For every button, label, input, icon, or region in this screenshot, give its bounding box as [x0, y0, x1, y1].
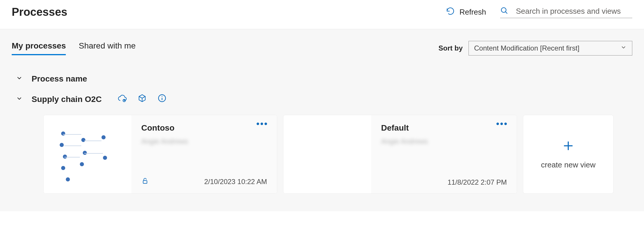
sort-selected-value: Content Modification [Recent first] [474, 44, 579, 52]
view-card-footer: 2/10/2023 10:22 AM [141, 177, 267, 186]
search-input[interactable] [515, 6, 632, 16]
sort-dropdown[interactable]: Content Modification [Recent first] [469, 41, 632, 56]
collapse-group-toggle[interactable] [16, 95, 23, 104]
view-cards: ••• Contoso Angie Andrews 2/10/2023 10:2… [43, 115, 632, 194]
plus-icon [562, 139, 575, 153]
refresh-icon [446, 7, 455, 18]
refresh-label: Refresh [459, 8, 486, 17]
view-card-footer: 11/8/2022 2:07 PM [381, 178, 507, 186]
view-owner: Angie Andrews [381, 137, 507, 146]
tabs: My processes Shared with me [12, 41, 136, 55]
view-card-body: ••• Contoso Angie Andrews 2/10/2023 10:2… [131, 115, 277, 193]
view-owner: Angie Andrews [141, 137, 267, 146]
view-timestamp: 2/10/2023 10:22 AM [204, 178, 267, 186]
svg-point-5 [161, 96, 162, 97]
refresh-button[interactable]: Refresh [446, 7, 486, 18]
cloud-upload-icon[interactable] [118, 93, 127, 105]
svg-line-1 [506, 12, 507, 14]
sort-control: Sort by Content Modification [Recent fir… [438, 41, 632, 56]
card-more-menu[interactable]: ••• [256, 123, 268, 125]
svg-rect-6 [143, 181, 147, 183]
chevron-down-icon [620, 44, 627, 52]
column-process-name: Process name [32, 74, 87, 84]
view-title: Default [381, 123, 507, 133]
view-card[interactable]: ••• Default Angie Andrews 11/8/2022 2:07… [283, 115, 517, 194]
column-header-row: Process name [16, 74, 632, 84]
sort-by-label: Sort by [438, 44, 463, 52]
package-icon[interactable] [137, 93, 147, 105]
process-action-icons [118, 93, 167, 105]
card-more-menu[interactable]: ••• [496, 123, 508, 125]
view-thumbnail [44, 115, 131, 193]
create-new-view-card[interactable]: create new view [523, 115, 614, 194]
view-thumbnail [283, 115, 371, 193]
tabs-row: My processes Shared with me Sort by Cont… [12, 41, 632, 56]
view-title: Contoso [141, 123, 267, 133]
lock-icon [141, 177, 149, 186]
header-bar: Processes Refresh [0, 0, 644, 29]
view-card[interactable]: ••• Contoso Angie Andrews 2/10/2023 10:2… [43, 115, 277, 194]
tab-my-processes[interactable]: My processes [12, 41, 66, 55]
view-card-body: ••• Default Angie Andrews 11/8/2022 2:07… [371, 115, 517, 193]
view-timestamp: 11/8/2022 2:07 PM [447, 178, 507, 186]
content-area: My processes Shared with me Sort by Cont… [0, 29, 644, 211]
search-box[interactable] [500, 6, 632, 18]
process-row: Supply chain O2C [16, 93, 632, 105]
svg-point-0 [501, 8, 506, 12]
page-title: Processes [12, 6, 67, 18]
create-new-view-label: create new view [541, 160, 595, 169]
info-icon[interactable] [157, 93, 167, 105]
process-name[interactable]: Supply chain O2C [32, 95, 102, 104]
header-actions: Refresh [446, 6, 632, 18]
search-icon [500, 6, 508, 16]
collapse-all-toggle[interactable] [16, 74, 23, 84]
tab-shared-with-me[interactable]: Shared with me [79, 41, 136, 55]
